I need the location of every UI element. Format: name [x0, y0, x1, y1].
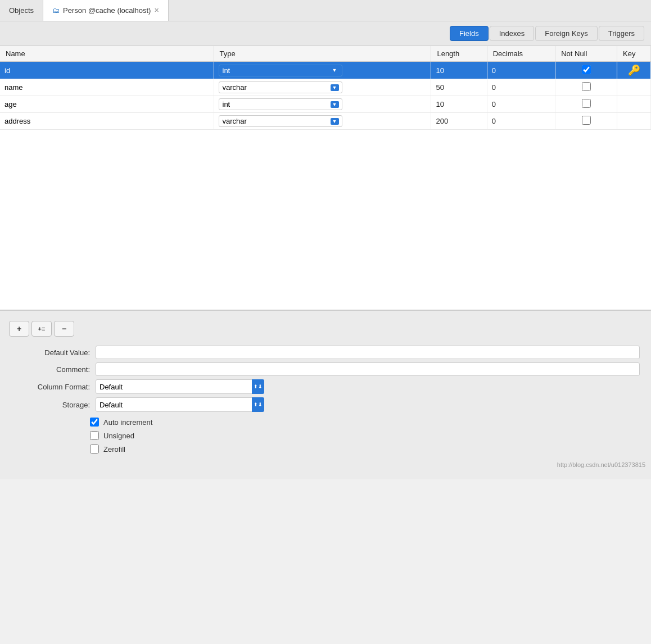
field-length-cell: 50 — [431, 79, 487, 96]
storage-label: Storage: — [11, 401, 90, 409]
table-row[interactable]: namevarchar500 — [0, 79, 651, 96]
notnull-column-header: Not Null — [555, 46, 617, 62]
storage-select-wrapper: Default — [96, 397, 264, 412]
field-decimals-cell: 0 — [487, 62, 555, 79]
name-column-header: Name — [0, 46, 214, 62]
triggers-tab-button[interactable]: Triggers — [599, 26, 644, 41]
table-icon: 🗂 — [52, 6, 60, 15]
field-key-cell — [617, 113, 651, 130]
column-format-select-wrapper: Default — [96, 379, 264, 394]
person-tab-label: Person @cache (localhost) — [63, 6, 151, 15]
fields-table-area: Name Type Length Decimals Not Null Key i… — [0, 46, 651, 311]
field-type-select[interactable]: int — [219, 98, 342, 110]
notnull-checkbox[interactable] — [582, 82, 591, 91]
insert-field-button[interactable]: +≡ — [31, 321, 52, 337]
field-name-cell: address — [0, 113, 214, 130]
notnull-checkbox[interactable] — [582, 99, 591, 108]
length-column-header: Length — [431, 46, 487, 62]
column-format-label: Column Format: — [11, 383, 90, 391]
notnull-checkbox[interactable] — [582, 65, 591, 74]
table-header-row: Name Type Length Decimals Not Null Key — [0, 46, 651, 62]
default-value-row: Default Value: — [0, 346, 651, 359]
field-name-cell: id — [0, 62, 214, 79]
field-key-cell — [617, 96, 651, 113]
column-format-select[interactable]: Default — [96, 379, 264, 394]
close-icon[interactable]: ✕ — [154, 7, 159, 14]
key-icon: 🔑 — [628, 65, 640, 76]
field-decimals-cell: 0 — [487, 113, 555, 130]
table-row[interactable]: idint100🔑 — [0, 62, 651, 79]
comment-input[interactable] — [96, 362, 640, 376]
field-length-cell: 10 — [431, 62, 487, 79]
tab-objects[interactable]: Objects — [0, 0, 43, 21]
field-type-select[interactable]: varchar — [219, 81, 342, 93]
field-type-cell: varchar — [214, 79, 431, 96]
storage-row: Storage: Default — [0, 397, 651, 412]
auto-increment-checkbox[interactable] — [90, 418, 99, 427]
storage-select[interactable]: Default — [96, 397, 264, 412]
field-type-cell: int — [214, 96, 431, 113]
unsigned-row: Unsigned — [0, 429, 651, 442]
notnull-checkbox[interactable] — [582, 116, 591, 125]
zerofill-row: Zerofill — [0, 442, 651, 456]
field-type-cell: int — [214, 62, 431, 79]
field-type-select[interactable]: varchar — [219, 115, 342, 127]
decimals-column-header: Decimals — [487, 46, 555, 62]
auto-increment-row: Auto increment — [0, 415, 651, 429]
add-field-button[interactable]: + — [9, 321, 29, 337]
field-key-cell: 🔑 — [617, 62, 651, 79]
tab-bar: Objects 🗂 Person @cache (localhost) ✕ — [0, 0, 651, 21]
field-type-select[interactable]: int — [219, 65, 342, 76]
default-value-input[interactable] — [96, 346, 640, 359]
field-length-cell: 10 — [431, 96, 487, 113]
action-buttons-row: + +≡ − — [0, 316, 651, 341]
zerofill-label: Zerofill — [103, 445, 125, 453]
unsigned-label: Unsigned — [103, 432, 134, 440]
fields-tab-button[interactable]: Fields — [450, 26, 489, 41]
table-row[interactable]: addressvarchar2000 — [0, 113, 651, 130]
field-length-cell: 200 — [431, 113, 487, 130]
table-row[interactable]: ageint100 — [0, 96, 651, 113]
bottom-panel: + +≡ − Default Value: Comment: Column Fo… — [0, 311, 651, 479]
field-notnull-cell — [555, 79, 617, 96]
type-column-header: Type — [214, 46, 431, 62]
key-column-header: Key — [617, 46, 651, 62]
field-decimals-cell: 0 — [487, 79, 555, 96]
toolbar: Fields Indexes Foreign Keys Triggers — [0, 21, 651, 46]
column-format-row: Column Format: Default — [0, 379, 651, 394]
field-notnull-cell — [555, 96, 617, 113]
zerofill-checkbox[interactable] — [90, 445, 99, 453]
auto-increment-label: Auto increment — [103, 418, 152, 427]
indexes-tab-button[interactable]: Indexes — [490, 26, 535, 41]
default-value-label: Default Value: — [11, 348, 90, 357]
comment-row: Comment: — [0, 362, 651, 376]
comment-label: Comment: — [11, 365, 90, 374]
field-name-cell: age — [0, 96, 214, 113]
watermark: http://blog.csdn.net/u012373815 — [0, 461, 651, 468]
field-notnull-cell — [555, 113, 617, 130]
empty-table-area — [0, 130, 651, 310]
fields-table: Name Type Length Decimals Not Null Key i… — [0, 46, 651, 130]
field-type-cell: varchar — [214, 113, 431, 130]
unsigned-checkbox[interactable] — [90, 431, 99, 440]
field-notnull-cell — [555, 62, 617, 79]
remove-field-button[interactable]: − — [54, 321, 74, 337]
tab-person[interactable]: 🗂 Person @cache (localhost) ✕ — [43, 0, 169, 21]
field-name-cell: name — [0, 79, 214, 96]
field-decimals-cell: 0 — [487, 96, 555, 113]
foreign-keys-tab-button[interactable]: Foreign Keys — [535, 26, 598, 41]
field-key-cell — [617, 79, 651, 96]
objects-tab-label: Objects — [9, 6, 34, 15]
